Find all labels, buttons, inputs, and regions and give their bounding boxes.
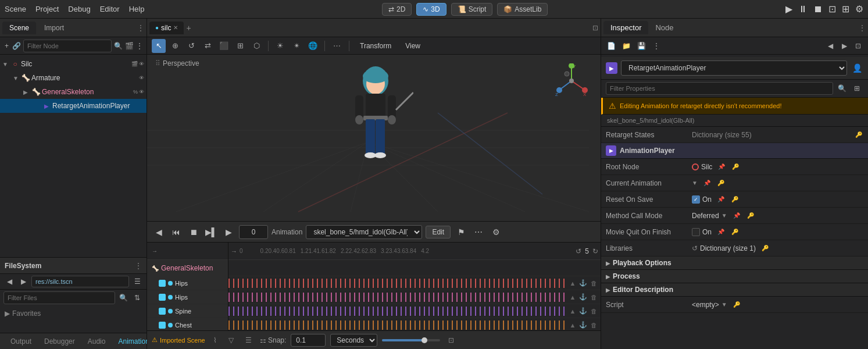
anim-track-select[interactable]: skel_bone_5/hmd_idol(Glb-All) [306,225,422,239]
section-playback-options[interactable]: ▶ Playback Options [601,257,868,270]
method-call-mode-pin-btn[interactable]: 📌 [732,211,741,220]
filter-node-input[interactable] [23,40,112,52]
add-node-btn[interactable]: + [3,40,10,52]
tracks-btn[interactable]: ☰ [242,335,255,346]
track-checkbox-spine[interactable] [159,308,166,315]
current-animation-key-btn[interactable]: 🔑 [716,179,726,188]
mode-2d-btn[interactable]: ⇄ 2D [382,3,412,16]
tab-scene[interactable]: Scene [2,22,36,34]
tree-item-silc[interactable]: ▼ ○ Silc 🎬 👁 [0,57,147,71]
chest-key-icon[interactable]: ⚓ [578,320,588,330]
anim-settings-btn[interactable]: ⚙ [489,225,503,239]
anim-marker-btn[interactable]: ⚑ [454,225,468,239]
insp-save-btn[interactable]: 💾 [635,40,648,52]
vp-mode3-tool[interactable]: ⬡ [249,39,263,53]
vp-fullscreen-btn[interactable]: ⊡ [592,24,598,32]
play-btn[interactable]: ▶ [785,3,792,15]
scene-menu-btn[interactable]: ⋮ [136,40,143,52]
vp-more-btn[interactable]: ⋯ [330,41,344,50]
chest-up-icon[interactable]: ▲ [568,320,577,330]
vp-move-tool[interactable]: ⊕ [168,39,182,53]
filter-properties-input[interactable] [606,82,833,95]
vp-env-tool[interactable]: ✴ [290,39,303,53]
reset-on-save-key-btn[interactable]: 🔑 [730,195,740,204]
anim-counter-input[interactable] [239,225,268,239]
vp-mode1-tool[interactable]: ⬛ [217,39,231,53]
link-scene-btn[interactable]: 🔗 [12,40,21,52]
reset-on-save-pin-btn[interactable]: 📌 [716,195,726,204]
anim-edit-btn[interactable]: Edit [426,226,451,238]
movie-quit-pin-btn[interactable]: 📌 [716,227,726,237]
anim-play-btn[interactable]: ▶ [222,225,235,239]
track-checkbox-chest[interactable] [159,322,166,329]
movie-quit-key-btn[interactable]: 🔑 [730,227,740,237]
tab-node[interactable]: Node [648,21,680,34]
reset-on-save-checkbox[interactable]: ✓ [692,195,700,204]
tree-item-armature[interactable]: ▼ 🦴 Armature 👁 [0,71,147,85]
libraries-key-btn[interactable]: 🔑 [760,244,770,253]
snap-value-input[interactable] [291,334,326,347]
fs-back-btn[interactable]: ◀ [3,276,15,287]
method-call-mode-key-btn[interactable]: 🔑 [746,211,755,220]
anim-stop-btn[interactable]: ⏹ [187,225,201,239]
fs-favorites-item[interactable]: ▶ Favorites [2,308,144,319]
tree-item-retargetanim[interactable]: ▶ RetargetAnimationPlayer [0,99,147,113]
pause-btn[interactable]: ⏸ [798,4,808,15]
menu-editor[interactable]: Editor [100,5,120,13]
insp-history2-btn[interactable]: ⊡ [852,40,865,52]
insp-forward-btn[interactable]: ▶ [838,40,851,52]
hips1-up-icon[interactable]: ▲ [568,279,577,288]
inspector-menu-btn[interactable]: ⋮ [859,24,866,32]
insp-more-btn[interactable]: ⋮ [650,40,663,52]
chest-del-icon[interactable]: 🗑 [589,320,598,330]
insp-back-btn[interactable]: ◀ [824,40,837,52]
section-editor-description[interactable]: ▶ Editor Description [601,283,868,297]
mode-3d-btn[interactable]: ∿ 3D [416,3,446,16]
vp-transform-btn[interactable]: Transform [354,40,397,52]
mode-assetlib-btn[interactable]: 📦 AssetLib [497,3,548,16]
hips2-key-icon[interactable]: ⚓ [578,293,588,302]
stop-btn[interactable]: ⏹ [813,4,823,15]
track-checkbox-hips2[interactable] [159,294,166,301]
retarget-states-key-btn[interactable]: 🔑 [854,130,863,140]
zoom-slider-thumb[interactable] [422,337,427,343]
insp-history-btn[interactable]: 📄 [605,40,617,52]
hips1-del-icon[interactable]: 🗑 [589,279,598,288]
menu-help[interactable]: Help [129,5,145,13]
vp-globe-tool[interactable]: 🌐 [306,39,320,53]
anim-prev-frame-btn[interactable]: ⏮ [169,225,183,239]
vp-view-btn[interactable]: View [399,40,426,52]
scene-panel-menu[interactable]: ⋮ [137,24,144,32]
bezier-btn[interactable]: ⌇ [210,335,220,346]
menu-debug[interactable]: Debug [68,5,90,13]
track-checkbox-hips1[interactable] [159,280,166,287]
anim-back-btn[interactable]: ◀ [152,225,166,239]
tab-debugger[interactable]: Debugger [38,336,81,347]
tab-inspector[interactable]: Inspector [603,21,648,34]
vp-tab-silc[interactable]: ● silc ✕ [149,22,184,34]
vp-rotate-tool[interactable]: ↺ [184,39,198,53]
tab-import[interactable]: Import [37,22,71,34]
tab-audio[interactable]: Audio [82,336,112,347]
script-dropdown-arrow[interactable]: ▼ [721,301,727,308]
anim-zoom-slider[interactable] [382,339,440,341]
vp-tab-close-btn[interactable]: ✕ [173,24,178,31]
filter-options-icon[interactable]: ⊞ [851,82,863,95]
anim-step-btn[interactable]: ▶▌ [204,225,218,239]
movie-quit-checkbox[interactable] [692,228,700,236]
fs-filter-input[interactable] [3,291,115,304]
movie-btn[interactable]: ⊡ [828,3,836,15]
node-type-select[interactable]: RetargetAnimationPlayer [621,60,847,76]
layout-btn[interactable]: ⊞ [842,3,849,15]
filesystem-menu[interactable]: ⋮ [135,262,142,270]
anim-more-btn[interactable]: ⋯ [471,225,485,239]
vp-sun-tool[interactable]: ☀ [273,39,287,53]
fs-forward-btn[interactable]: ▶ [17,276,29,287]
scene-options-btn[interactable]: 🎬 [125,40,134,52]
menu-scene[interactable]: Scene [5,5,26,13]
spine-up-icon[interactable]: ▲ [568,307,577,316]
insp-open-btn[interactable]: 📁 [620,40,633,52]
fs-path-input[interactable] [31,276,129,287]
settings-btn[interactable]: ⚙ [855,3,863,15]
current-animation-pin-btn[interactable]: 📌 [702,179,712,188]
